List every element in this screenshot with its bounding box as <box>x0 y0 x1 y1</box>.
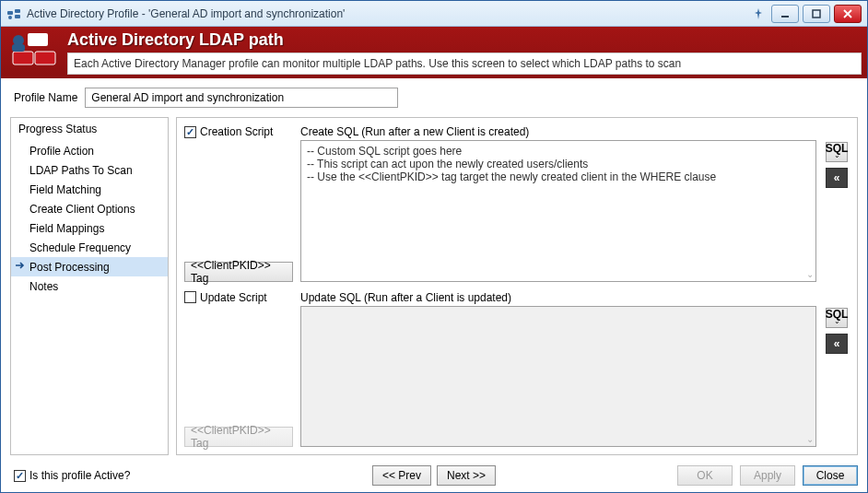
minimize-button[interactable] <box>771 5 799 23</box>
svg-rect-6 <box>28 33 48 46</box>
close-dialog-button[interactable]: Close <box>803 465 858 486</box>
banner-title: Active Directory LDAP path <box>67 30 862 50</box>
sidebar-header: Progress Status <box>11 118 168 141</box>
sidebar-item-label: Profile Action <box>29 145 94 158</box>
profile-name-row: Profile Name <box>1 78 867 113</box>
sidebar-item-label: Field Matching <box>29 183 101 196</box>
pin-icon[interactable] <box>751 6 766 21</box>
active-checkbox-row[interactable]: Is this profile Active? <box>14 469 130 482</box>
update-sql-tool-button[interactable]: SQL ⌄ <box>826 308 848 328</box>
maximize-icon <box>812 9 821 18</box>
create-sql-tool-button[interactable]: SQL ⌄ <box>826 142 848 162</box>
sidebar-list: Profile Action LDAP Paths To Scan Field … <box>11 141 168 296</box>
update-sql-label: Update SQL (Run after a Client is update… <box>300 291 816 304</box>
update-clientpkid-tag-button: <<ClientPKID>> Tag <box>184 427 293 447</box>
create-sql-textarea[interactable]: -- Custom SQL script goes here -- This s… <box>300 140 816 282</box>
svg-rect-7 <box>13 52 33 65</box>
app-window: Active Directory Profile - 'General AD i… <box>0 0 868 493</box>
close-icon <box>843 9 852 18</box>
scroll-hint-icon: ⌄ <box>806 269 814 279</box>
svg-rect-0 <box>7 11 13 15</box>
profile-active-checkbox[interactable] <box>14 470 26 482</box>
minimize-icon <box>780 9 790 18</box>
sidebar-item-label: Schedule Frequency <box>29 241 131 254</box>
chevron-down-icon: ⌄ <box>834 152 840 159</box>
maximize-button[interactable] <box>803 5 830 23</box>
banner-icon <box>6 30 60 71</box>
svg-point-3 <box>8 16 12 19</box>
creation-script-checkbox-row[interactable]: Creation Script <box>184 125 293 138</box>
update-script-checkbox[interactable] <box>184 291 196 303</box>
svg-rect-1 <box>15 9 20 13</box>
sidebar-item-label: Post Processing <box>29 261 110 274</box>
update-script-label: Update Script <box>200 291 267 304</box>
app-icon <box>6 6 21 21</box>
sidebar-item-label: Field Mappings <box>29 222 104 235</box>
sidebar-item-ldap-paths[interactable]: LDAP Paths To Scan <box>11 160 168 180</box>
next-button[interactable]: Next >> <box>437 465 496 486</box>
sidebar-item-field-matching[interactable]: Field Matching <box>11 180 168 199</box>
profile-name-label: Profile Name <box>14 91 77 104</box>
ok-button: OK <box>677 465 733 486</box>
sidebar-item-profile-action[interactable]: Profile Action <box>11 141 168 160</box>
profile-active-label: Is this profile Active? <box>29 469 130 482</box>
header-banner: Active Directory LDAP path Each Active D… <box>1 27 867 78</box>
prev-button[interactable]: << Prev <box>372 465 431 486</box>
close-button[interactable] <box>834 5 862 23</box>
sidebar-item-notes[interactable]: Notes <box>11 276 168 296</box>
sidebar-item-field-mappings[interactable]: Field Mappings <box>11 218 168 238</box>
sidebar-item-label: Create Client Options <box>29 203 135 216</box>
create-sql-label: Create SQL (Run after a new Client is cr… <box>300 125 816 138</box>
chevron-down-icon: ⌄ <box>834 318 840 325</box>
scroll-hint-icon: ⌄ <box>806 434 814 444</box>
create-expand-button[interactable]: « <box>826 168 848 188</box>
update-script-block: Update Script <<ClientPKID>> Tag Update … <box>184 291 850 448</box>
update-expand-button[interactable]: « <box>826 334 848 354</box>
window-controls <box>771 5 862 23</box>
main-area: Progress Status Profile Action LDAP Path… <box>1 113 867 461</box>
sidebar-item-create-client-options[interactable]: Create Client Options <box>11 199 168 218</box>
chevron-left-icon: « <box>834 171 840 184</box>
chevron-left-icon: « <box>834 337 840 350</box>
sidebar-item-label: LDAP Paths To Scan <box>29 164 133 177</box>
arrow-right-icon <box>15 260 26 274</box>
svg-rect-10 <box>12 44 25 52</box>
content-panel: Creation Script <<ClientPKID>> Tag Creat… <box>176 117 858 455</box>
sidebar-item-schedule-frequency[interactable]: Schedule Frequency <box>11 238 168 257</box>
svg-rect-8 <box>35 52 55 65</box>
update-sql-textarea: ⌄ <box>300 306 816 448</box>
create-clientpkid-tag-button[interactable]: <<ClientPKID>> Tag <box>184 262 293 282</box>
creation-script-label: Creation Script <box>200 125 273 138</box>
title-bar: Active Directory Profile - 'General AD i… <box>1 1 867 27</box>
creation-script-checkbox[interactable] <box>184 126 196 138</box>
sidebar-item-post-processing[interactable]: Post Processing <box>11 257 168 276</box>
profile-name-input[interactable] <box>85 88 398 108</box>
svg-rect-5 <box>813 10 820 18</box>
footer-bar: Is this profile Active? << Prev Next >> … <box>1 461 867 492</box>
svg-rect-4 <box>781 16 789 18</box>
update-script-checkbox-row[interactable]: Update Script <box>184 291 293 304</box>
banner-description: Each Active Directory Manager profile ca… <box>67 53 862 75</box>
apply-button: Apply <box>740 465 795 486</box>
create-sql-text: -- Custom SQL script goes here -- This s… <box>307 145 716 183</box>
sidebar-item-label: Notes <box>29 280 58 293</box>
creation-script-block: Creation Script <<ClientPKID>> Tag Creat… <box>184 125 850 282</box>
progress-sidebar: Progress Status Profile Action LDAP Path… <box>10 117 169 455</box>
svg-rect-2 <box>15 15 20 18</box>
window-title: Active Directory Profile - 'General AD i… <box>27 7 751 20</box>
